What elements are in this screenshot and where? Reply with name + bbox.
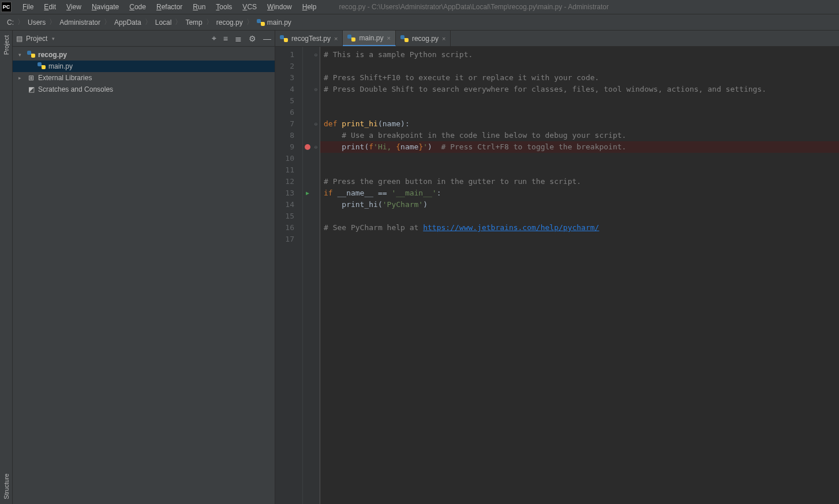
close-icon[interactable]: × <box>387 35 391 42</box>
code-line[interactable]: def print_hi(name): <box>324 118 839 130</box>
tree-item[interactable]: ▾recog.py <box>13 49 275 61</box>
editor-tab[interactable]: main.py× <box>343 31 395 46</box>
chevron-right-icon: 〉 <box>245 17 254 27</box>
line-number-gutter[interactable]: 1234567891011121314151617 <box>275 47 303 504</box>
collapse-all-icon[interactable]: ≣ <box>235 34 242 43</box>
menu-refactor[interactable]: Refactor <box>151 1 188 13</box>
python-file-icon <box>280 35 288 43</box>
python-file-icon <box>37 62 46 72</box>
code-line[interactable]: # Use a breakpoint in the code line belo… <box>324 130 839 141</box>
menubar: PC FileEditViewNavigateCodeRefactorRunTo… <box>0 0 839 14</box>
expand-all-icon[interactable]: ≡ <box>223 34 228 43</box>
tree-toggle-icon[interactable]: ▸ <box>18 75 27 81</box>
python-file-icon <box>27 50 36 60</box>
code-line[interactable] <box>324 95 839 107</box>
menu-run[interactable]: Run <box>188 1 211 13</box>
code-line[interactable] <box>324 107 839 118</box>
menu-code[interactable]: Code <box>124 1 151 13</box>
code-line[interactable]: print_hi('PyCharm') <box>324 199 839 210</box>
hide-icon[interactable]: — <box>263 34 271 43</box>
tree-item-label: recog.py <box>36 51 67 59</box>
window-title: recog.py - C:\Users\Administrator\AppDat… <box>339 3 609 11</box>
breakpoint-icon[interactable] <box>305 144 310 150</box>
fold-icon[interactable]: ⊖ <box>312 141 320 153</box>
tree-item[interactable]: ◩Scratches and Consoles <box>13 84 275 95</box>
library-icon: ⊞ <box>27 74 36 82</box>
workarea: Project Structure ▤ Project ▾ ⌖ ≡ ≣ ⚙ — … <box>0 31 839 504</box>
breadcrumb-item[interactable]: C: <box>5 18 16 27</box>
code-line[interactable]: print(f'Hi, {name}') # Press Ctrl+F8 to … <box>320 141 839 153</box>
breadcrumb-item[interactable]: Users <box>25 18 48 27</box>
python-file-icon <box>347 34 355 42</box>
menu-vcs[interactable]: VCS <box>237 1 262 13</box>
locate-icon[interactable]: ⌖ <box>212 33 216 43</box>
code-line[interactable]: # Press the green button in the gutter t… <box>324 176 839 187</box>
editor-tab[interactable]: recog.py× <box>396 31 451 46</box>
project-panel-title[interactable]: ▤ Project ▾ <box>16 35 55 43</box>
code-line[interactable] <box>324 153 839 164</box>
code-line[interactable]: # Press Double Shift to search everywher… <box>324 84 839 95</box>
tree-item[interactable]: ▸⊞External Libraries <box>13 72 275 84</box>
tab-label: recogTest.py <box>291 35 331 43</box>
menu-tools[interactable]: Tools <box>211 1 237 13</box>
scratch-icon: ◩ <box>27 85 36 93</box>
sidetab-project[interactable]: Project <box>0 31 12 59</box>
breadcrumb-bar: C:〉Users〉Administrator〉AppData〉Local〉Tem… <box>0 14 839 31</box>
project-icon: ▤ <box>16 35 23 43</box>
python-file-icon <box>400 35 409 43</box>
breadcrumb-item[interactable]: recog.py <box>214 18 245 27</box>
tab-label: recog.py <box>412 35 439 43</box>
app-icon: PC <box>1 2 12 12</box>
gear-icon[interactable]: ⚙ <box>249 34 256 43</box>
editor-tabs: recogTest.py×main.py×recog.py× <box>275 31 839 47</box>
editor-body: 1234567891011121314151617 ▶ ⊖⊖⊖⊖ # This … <box>275 47 839 504</box>
sidetab-structure[interactable]: Structure <box>0 469 12 504</box>
menu-view[interactable]: View <box>61 1 87 13</box>
fold-icon[interactable]: ⊖ <box>312 118 320 130</box>
tree-toggle-icon[interactable]: ▾ <box>18 52 27 58</box>
menu-window[interactable]: Window <box>262 1 297 13</box>
chevron-right-icon: 〉 <box>48 17 57 27</box>
chevron-right-icon: 〉 <box>205 17 214 27</box>
project-panel-header: ▤ Project ▾ ⌖ ≡ ≣ ⚙ — <box>13 31 275 47</box>
chevron-right-icon: 〉 <box>174 17 183 27</box>
chevron-right-icon: 〉 <box>144 17 153 27</box>
menu-edit[interactable]: Edit <box>39 1 61 13</box>
code-line[interactable]: if __name__ == '__main__': <box>324 187 839 199</box>
breakpoint-gutter[interactable]: ▶ <box>303 47 312 504</box>
chevron-right-icon: 〉 <box>103 17 112 27</box>
code-editor[interactable]: # This is a sample Python script.# Press… <box>320 47 839 504</box>
code-line[interactable] <box>324 61 839 72</box>
close-icon[interactable]: × <box>334 35 338 42</box>
editor-tab[interactable]: recogTest.py× <box>275 31 343 46</box>
python-file-icon <box>257 18 265 27</box>
breadcrumb-item[interactable]: main.py <box>254 18 294 27</box>
fold-icon[interactable]: ⊖ <box>312 84 320 95</box>
project-tree: ▾recog.pymain.py▸⊞External Libraries◩Scr… <box>13 47 275 97</box>
tree-item-label: External Libraries <box>36 74 92 82</box>
breadcrumb-item[interactable]: Temp <box>183 18 204 27</box>
code-line[interactable]: # This is a sample Python script. <box>324 49 839 61</box>
run-icon[interactable]: ▶ <box>306 187 309 199</box>
project-panel: ▤ Project ▾ ⌖ ≡ ≣ ⚙ — ▾recog.pymain.py▸⊞… <box>13 31 275 504</box>
breadcrumb-item[interactable]: Local <box>153 18 174 27</box>
code-line[interactable] <box>324 210 839 222</box>
code-line[interactable]: # See PyCharm help at https://www.jetbra… <box>324 222 839 234</box>
code-line[interactable]: # Press Shift+F10 to execute it or repla… <box>324 72 839 84</box>
tree-item-label: main.py <box>46 62 73 70</box>
fold-gutter[interactable]: ⊖⊖⊖⊖ <box>312 47 320 504</box>
tree-item-label: Scratches and Consoles <box>36 85 113 93</box>
menu-navigate[interactable]: Navigate <box>87 1 124 13</box>
code-line[interactable] <box>324 164 839 176</box>
breadcrumb-item[interactable]: AppData <box>112 18 144 27</box>
menu-file[interactable]: File <box>17 1 39 13</box>
chevron-right-icon: 〉 <box>16 17 25 27</box>
fold-icon[interactable]: ⊖ <box>312 49 320 61</box>
left-toolwindow-stripe: Project Structure <box>0 31 13 504</box>
tree-item[interactable]: main.py <box>13 61 275 72</box>
breadcrumb-item[interactable]: Administrator <box>57 18 103 27</box>
menu-help[interactable]: Help <box>297 1 322 13</box>
close-icon[interactable]: × <box>442 35 445 42</box>
code-line[interactable] <box>324 234 839 245</box>
editor-area: recogTest.py×main.py×recog.py× 123456789… <box>275 31 839 504</box>
